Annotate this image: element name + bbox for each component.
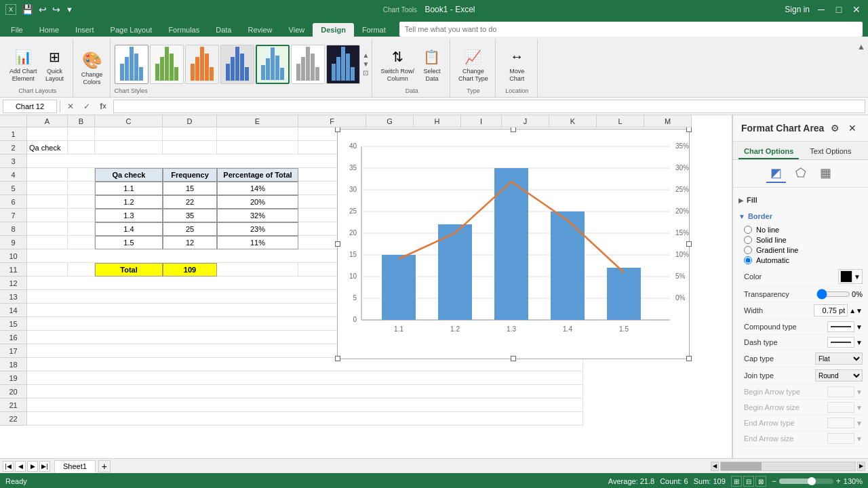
cell-A2[interactable]: Qa check bbox=[27, 141, 68, 155]
cell-C9[interactable]: 1.5 bbox=[95, 236, 163, 249]
row-header-5[interactable]: 5 bbox=[0, 182, 27, 195]
chart-style-3[interactable] bbox=[185, 45, 219, 84]
automatic-radio[interactable] bbox=[744, 256, 752, 264]
fill-section-header[interactable]: ▶ Fill bbox=[738, 193, 863, 207]
cancel-formula-btn[interactable]: ✕ bbox=[63, 100, 78, 113]
cell-B6[interactable] bbox=[68, 195, 95, 209]
row-header-2[interactable]: 2 bbox=[0, 141, 27, 155]
row-header-8[interactable]: 8 bbox=[0, 222, 27, 236]
cell-A6[interactable] bbox=[27, 195, 68, 209]
gradient-line-option[interactable]: Gradient line bbox=[744, 246, 863, 254]
move-chart-btn[interactable]: ↔ MoveChart bbox=[503, 45, 530, 84]
minimize-btn[interactable]: ─ bbox=[815, 3, 827, 16]
chart-style-6[interactable] bbox=[291, 45, 325, 84]
tab-format[interactable]: Format bbox=[354, 23, 394, 37]
page-break-view-btn[interactable]: ⊠ bbox=[755, 476, 766, 487]
quick-access-undo[interactable]: ↩ bbox=[39, 4, 47, 15]
scroll-track[interactable] bbox=[720, 462, 856, 471]
cell-E7[interactable]: 32% bbox=[217, 209, 298, 222]
ribbon-collapse[interactable]: ▲ bbox=[857, 39, 865, 97]
zoom-in-btn[interactable]: + bbox=[836, 476, 841, 486]
sheet-tab-sheet1[interactable]: Sheet1 bbox=[54, 460, 96, 472]
cell-B8[interactable] bbox=[68, 222, 95, 236]
handle-tr[interactable] bbox=[686, 127, 692, 132]
cell-C5[interactable]: 1.1 bbox=[95, 182, 163, 195]
sheet-first-btn[interactable]: |◀ bbox=[3, 461, 14, 472]
cell-B5[interactable] bbox=[68, 182, 95, 195]
tab-design[interactable]: Design bbox=[313, 23, 354, 37]
width-dropdown-arrow[interactable]: ▲▼ bbox=[849, 307, 863, 314]
col-header-H[interactable]: H bbox=[414, 115, 461, 127]
effects-icon[interactable]: ⬠ bbox=[791, 164, 810, 183]
row-header-9[interactable]: 9 bbox=[0, 236, 27, 249]
quick-access-save[interactable]: 💾 bbox=[22, 4, 33, 15]
collapse-icon[interactable]: ▲ bbox=[857, 42, 865, 52]
row-header-4[interactable]: 4 bbox=[0, 168, 27, 182]
row-header-21[interactable]: 21 bbox=[0, 399, 27, 412]
row-header-16[interactable]: 16 bbox=[0, 331, 27, 344]
join-type-select[interactable]: Round Bevel Miter bbox=[815, 369, 863, 382]
cell-C1[interactable] bbox=[95, 127, 163, 141]
zoom-thumb[interactable] bbox=[808, 477, 816, 485]
chart-styles-up[interactable]: ▲ bbox=[363, 52, 370, 59]
page-layout-view-btn[interactable]: ⊟ bbox=[743, 476, 754, 487]
quick-access-redo[interactable]: ↪ bbox=[52, 4, 60, 15]
quick-layout-btn[interactable]: ⊞ QuickLayout bbox=[41, 45, 68, 84]
row-header-18[interactable]: 18 bbox=[0, 358, 27, 371]
cell-A5[interactable] bbox=[27, 182, 68, 195]
close-btn[interactable]: ✕ bbox=[850, 3, 863, 16]
row-header-14[interactable]: 14 bbox=[0, 304, 27, 317]
row-header-19[interactable]: 19 bbox=[0, 371, 27, 385]
col-header-I[interactable]: I bbox=[461, 115, 502, 127]
gradient-line-radio[interactable] bbox=[744, 246, 752, 254]
select-data-btn[interactable]: 📋 SelectData bbox=[418, 45, 446, 84]
color-picker[interactable]: ▼ bbox=[838, 269, 863, 284]
compound-dropdown-arrow[interactable]: ▼ bbox=[856, 323, 863, 331]
chart-style-2[interactable] bbox=[150, 45, 184, 84]
cell-E1[interactable] bbox=[217, 127, 298, 141]
cell-B7[interactable] bbox=[68, 209, 95, 222]
sheet-prev-btn[interactable]: ◀ bbox=[15, 461, 26, 472]
cell-D6[interactable]: 22 bbox=[163, 195, 217, 209]
cell-E2[interactable] bbox=[217, 141, 298, 155]
col-header-K[interactable]: K bbox=[549, 115, 597, 127]
normal-view-btn[interactable]: ⊞ bbox=[731, 476, 742, 487]
cell-A20-span[interactable] bbox=[27, 385, 583, 399]
handle-mr[interactable] bbox=[686, 241, 692, 247]
cell-E8[interactable]: 23% bbox=[217, 222, 298, 236]
row-header-10[interactable]: 10 bbox=[0, 249, 27, 263]
formula-input[interactable] bbox=[113, 100, 865, 113]
cell-D5[interactable]: 15 bbox=[163, 182, 217, 195]
col-header-M[interactable]: M bbox=[644, 115, 692, 127]
sheet-last-btn[interactable]: ▶| bbox=[39, 461, 50, 472]
chart-style-4[interactable] bbox=[220, 45, 254, 84]
tell-me-input[interactable] bbox=[399, 22, 863, 37]
col-header-A[interactable]: A bbox=[27, 115, 68, 127]
cell-E11[interactable] bbox=[217, 263, 298, 277]
width-input[interactable] bbox=[814, 304, 848, 317]
sign-in-btn[interactable]: Sign in bbox=[785, 5, 810, 14]
scroll-right-btn[interactable]: ▶ bbox=[857, 462, 865, 471]
row-header-11[interactable]: 11 bbox=[0, 263, 27, 277]
tab-review[interactable]: Review bbox=[239, 23, 280, 37]
scroll-left-btn[interactable]: ◀ bbox=[711, 462, 719, 471]
cell-A21-span[interactable] bbox=[27, 399, 583, 412]
panel-close-btn[interactable]: ✕ bbox=[845, 121, 860, 136]
change-chart-type-btn[interactable]: 📈 ChangeChart Type bbox=[456, 45, 491, 84]
col-header-C[interactable]: C bbox=[95, 115, 163, 127]
row-header-15[interactable]: 15 bbox=[0, 317, 27, 331]
insert-function-btn[interactable]: fx bbox=[96, 100, 111, 113]
cap-type-select[interactable]: Flat Round Square bbox=[815, 352, 863, 365]
cell-C2[interactable] bbox=[95, 141, 163, 155]
cell-D9[interactable]: 12 bbox=[163, 236, 217, 249]
solid-line-option[interactable]: Solid line bbox=[744, 236, 863, 244]
confirm-formula-btn[interactable]: ✓ bbox=[79, 100, 94, 113]
handle-bl[interactable] bbox=[335, 356, 340, 361]
cell-D4[interactable]: Frequency bbox=[163, 168, 217, 182]
cell-A9[interactable] bbox=[27, 236, 68, 249]
cell-C4[interactable]: Qa check bbox=[95, 168, 163, 182]
row-header-17[interactable]: 17 bbox=[0, 344, 27, 358]
dash-dropdown-arrow[interactable]: ▼ bbox=[856, 339, 863, 346]
cell-B1[interactable] bbox=[68, 127, 95, 141]
cell-A19-span[interactable] bbox=[27, 371, 583, 385]
